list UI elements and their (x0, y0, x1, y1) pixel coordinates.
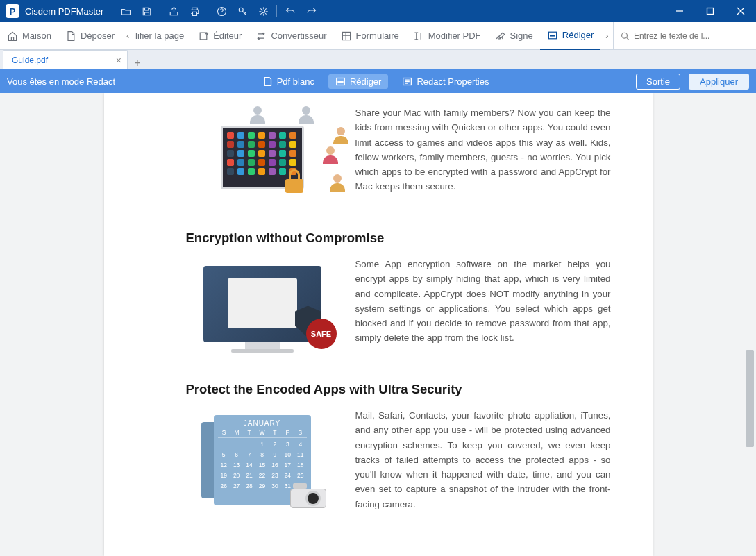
section-share-mac: Share your Mac with family members? Now … (186, 106, 611, 210)
nav-redact[interactable]: Rédiger (540, 22, 601, 50)
section1-paragraph: Share your Mac with family members? Now … (355, 106, 611, 194)
nav-modify-label: Modifier PDF (428, 31, 481, 41)
open-icon[interactable] (115, 0, 136, 22)
separator (160, 5, 160, 17)
nav-home-label: Maison (22, 31, 51, 41)
search-box[interactable] (613, 22, 756, 50)
blank-pdf-button[interactable]: Pdf blanc (255, 74, 321, 89)
minimize-button[interactable] (664, 0, 695, 22)
tab-strip: Guide.pdf × + (0, 50, 756, 69)
svg-point-1 (239, 8, 243, 12)
settings-icon[interactable] (253, 0, 274, 22)
nav-sign-label: Signe (510, 31, 533, 41)
illustration-safe: SAFE (186, 257, 339, 361)
share-icon[interactable] (163, 0, 184, 22)
section-protect: Protect the Encoded Apps with Ultra Secu… (186, 382, 611, 512)
redact-button[interactable]: Rédiger (328, 74, 389, 89)
nav-sign[interactable]: Signe (488, 22, 540, 50)
nav-home[interactable]: Maison (0, 22, 58, 50)
app-title: Cisdem PDFMaster (25, 6, 103, 17)
nav-page-label: lifier la page (135, 31, 184, 41)
svg-rect-6 (550, 35, 555, 36)
nav-converter[interactable]: Convertisseur (249, 22, 333, 50)
separator (276, 5, 277, 17)
redact-toolbar: Vous êtes en mode Redact Pdf blanc Rédig… (0, 69, 756, 93)
maximize-button[interactable] (695, 0, 725, 22)
nav-file-label: Déposer (81, 31, 115, 41)
nav-redact-label: Rédiger (562, 30, 594, 40)
svg-rect-4 (342, 32, 350, 40)
section2-paragraph: Some App encryption software on the mark… (355, 257, 611, 346)
section3-heading: Protect the Encoded Apps with Ultra Secu… (186, 382, 611, 397)
vertical-scrollbar[interactable] (745, 93, 755, 556)
tab-label: Guide.pdf (12, 56, 48, 65)
main-toolbar: Maison Déposer ‹ lifier la page Éditeur … (0, 22, 756, 50)
nav-modify[interactable]: Modifier PDF (406, 22, 488, 50)
redact-mode-label: Vous êtes en mode Redact (7, 76, 115, 87)
scroll-right-icon[interactable]: › (600, 31, 613, 41)
svg-rect-9 (337, 81, 343, 83)
section2-heading: Encryption without Compromise (186, 230, 611, 246)
scrollbar-thumb[interactable] (746, 350, 754, 447)
nav-form-label: Formulaire (356, 31, 399, 41)
nav-editor-label: Éditeur (213, 31, 242, 41)
illustration-lock-apps (186, 106, 339, 210)
title-bar: P Cisdem PDFMaster (0, 0, 756, 22)
help-icon[interactable] (211, 0, 232, 22)
nav-converter-label: Convertisseur (271, 31, 326, 41)
document-tab[interactable]: Guide.pdf × (3, 50, 128, 69)
tab-close-icon[interactable]: × (116, 55, 121, 66)
pdf-page: Share your Mac with family members? Now … (104, 93, 653, 556)
blank-pdf-label: Pdf blanc (277, 76, 314, 87)
illustration-calendar: JANUARY SMTWTFS 123456789101112131415161… (186, 408, 339, 512)
separator (208, 5, 208, 17)
nav-form[interactable]: Formulaire (334, 22, 406, 50)
separator (112, 5, 112, 17)
calendar-month: JANUARY (218, 419, 307, 427)
svg-rect-3 (707, 8, 714, 15)
nav-editor[interactable]: Éditeur (191, 22, 249, 50)
redo-icon[interactable] (301, 0, 321, 22)
print-icon[interactable] (184, 0, 205, 22)
save-icon[interactable] (136, 0, 157, 22)
scroll-left-icon[interactable]: ‹ (121, 31, 134, 41)
add-tab-button[interactable]: + (128, 57, 147, 69)
section3-paragraph: Mail, Safari, Contacts, your favorite ph… (355, 408, 611, 512)
key-icon[interactable] (232, 0, 253, 22)
undo-icon[interactable] (280, 0, 301, 22)
redact-button-label: Rédiger (350, 76, 382, 87)
search-input[interactable] (634, 31, 749, 41)
nav-file[interactable]: Déposer (58, 22, 121, 50)
redact-properties-button[interactable]: Redact Properties (395, 74, 496, 89)
svg-point-7 (622, 33, 628, 38)
redact-properties-label: Redact Properties (417, 76, 489, 87)
section-encryption: Encryption without Compromise SAFE Some … (186, 230, 611, 361)
app-icon: P (6, 4, 19, 18)
camera-icon (290, 480, 328, 508)
document-viewer: Share your Mac with family members? Now … (0, 93, 756, 556)
apply-button[interactable]: Appliquer (689, 74, 749, 90)
safe-badge: SAFE (306, 319, 337, 349)
svg-point-2 (262, 10, 265, 13)
nav-page[interactable]: lifier la page (134, 22, 191, 50)
exit-button[interactable]: Sortie (636, 74, 680, 90)
close-button[interactable] (725, 0, 756, 22)
lock-icon (285, 169, 306, 193)
